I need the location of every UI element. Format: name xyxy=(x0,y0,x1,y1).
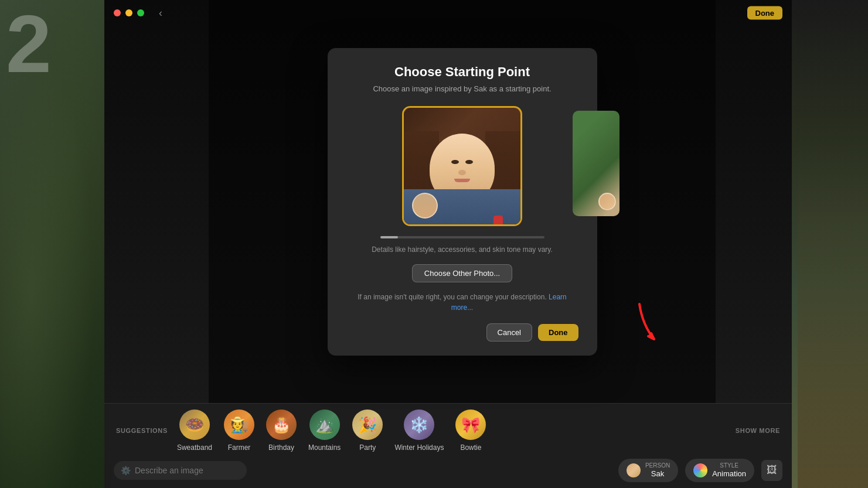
show-more-button[interactable]: SHOW MORE xyxy=(736,427,780,434)
suggestion-circle-winter: ❄️ xyxy=(404,409,434,440)
suggestion-label-sweatband: Sweatband xyxy=(177,443,212,452)
modal-title: Choose Starting Point xyxy=(346,64,578,80)
suggestion-item-birthday[interactable]: 🎂 Birthday xyxy=(266,409,297,452)
beta-bar: BETA Image Playground may create unexpec… xyxy=(104,486,792,488)
suggestion-item-winter-holidays[interactable]: ❄️ Winter Holidays xyxy=(394,409,444,452)
traffic-light-yellow[interactable] xyxy=(125,9,132,16)
eye-left xyxy=(451,160,459,164)
suggestion-label-farmer: Farmer xyxy=(228,443,251,452)
main-image-bg xyxy=(404,108,520,224)
scroll-track xyxy=(380,236,544,238)
person-name: Sak xyxy=(645,469,670,479)
red-arrow-indicator xyxy=(628,301,663,350)
suggestions-row: SUGGESTIONS 🍩 Sweatband 🧑‍🌾 Farmer xyxy=(104,404,792,455)
back-button[interactable]: ‹ xyxy=(154,6,168,20)
style-name: Animation xyxy=(712,469,746,479)
person-label: PERSON xyxy=(645,462,670,469)
suggestion-circle-mountains: ⛰️ xyxy=(309,409,340,440)
suggestion-item-party[interactable]: 🎉 Party xyxy=(352,409,383,452)
svg-marker-0 xyxy=(648,333,654,339)
suggestion-item-bowtie[interactable]: 🎀 Bowtie xyxy=(455,409,486,452)
traffic-light-green[interactable] xyxy=(137,9,144,16)
modal-footer-text: If an image isn't quite right, you can c… xyxy=(346,292,578,313)
describe-input[interactable] xyxy=(114,461,247,480)
nose xyxy=(458,170,466,176)
suggestion-item-sweatband[interactable]: 🍩 Sweatband xyxy=(177,409,212,452)
right-panel xyxy=(792,0,868,488)
modal-dialog: Choose Starting Point Choose an image in… xyxy=(328,48,597,356)
red-strap xyxy=(493,216,503,224)
traffic-lights xyxy=(114,9,144,16)
mouth xyxy=(454,179,470,182)
modal-overlay: Choose Starting Point Choose an image in… xyxy=(209,0,716,403)
style-label: STYLE xyxy=(712,462,746,469)
person-pill-button[interactable]: PERSON Sak xyxy=(618,459,678,482)
style-icon xyxy=(693,463,707,477)
choose-other-photo-button[interactable]: Choose Other Photo... xyxy=(412,264,512,282)
traffic-light-red[interactable] xyxy=(114,9,121,16)
suggestions-label: SUGGESTIONS xyxy=(116,427,168,434)
left-panel-number: 2 xyxy=(6,3,52,85)
suggestion-label-mountains: Mountains xyxy=(308,443,341,452)
modal-subtitle: Choose an image inspired by Sak as a sta… xyxy=(346,84,578,93)
image-button[interactable]: 🖼 xyxy=(761,460,782,481)
suggestion-label-winter: Winter Holidays xyxy=(394,443,444,452)
input-wrapper: ⚙️ xyxy=(114,461,611,480)
person-pill-text: PERSON Sak xyxy=(645,462,670,479)
suggestion-item-farmer[interactable]: 🧑‍🌾 Farmer xyxy=(224,409,254,452)
scroll-indicator xyxy=(346,236,578,238)
suggestion-circle-sweatband: 🍩 xyxy=(179,409,210,440)
suggestion-circle-party: 🎉 xyxy=(352,409,383,440)
portrait-face xyxy=(404,108,520,224)
main-content: ‹ Done Choose Starting Point Choose an i… xyxy=(104,0,792,488)
done-button-modal[interactable]: Done xyxy=(538,324,578,341)
cancel-button[interactable]: Cancel xyxy=(486,323,532,342)
modal-note: Details like hairstyle, accessories, and… xyxy=(346,245,578,254)
peek-image[interactable] xyxy=(573,111,619,216)
scroll-thumb xyxy=(380,236,398,238)
style-pill-text: STYLE Animation xyxy=(712,462,746,479)
modal-actions: Cancel Done xyxy=(346,323,578,342)
done-button-top[interactable]: Done xyxy=(747,6,783,20)
bottom-bar: SUGGESTIONS 🍩 Sweatband 🧑‍🌾 Farmer xyxy=(104,403,792,488)
peek-avatar xyxy=(598,193,616,210)
suggestion-circle-birthday: 🎂 xyxy=(266,409,297,440)
suggestion-label-birthday: Birthday xyxy=(268,443,294,452)
suggestion-circle-farmer: 🧑‍🌾 xyxy=(224,409,254,440)
image-carousel xyxy=(346,105,578,228)
style-pill-button[interactable]: STYLE Animation xyxy=(685,459,754,482)
suggestion-label-bowtie: Bowtie xyxy=(460,443,481,452)
small-avatar-face xyxy=(413,194,437,217)
suggestion-item-mountains[interactable]: ⛰️ Mountains xyxy=(308,409,341,452)
suggestion-circle-bowtie: 🎀 xyxy=(455,409,486,440)
eye-right xyxy=(465,160,473,164)
left-panel: 2 xyxy=(0,0,104,488)
suggestion-label-party: Party xyxy=(359,443,376,452)
small-avatar xyxy=(412,193,438,219)
image-icon: 🖼 xyxy=(767,464,777,476)
input-row: ⚙️ PERSON Sak STYLE Animation 🖼 xyxy=(104,455,792,486)
main-image-frame[interactable] xyxy=(402,106,522,226)
person-avatar xyxy=(627,463,641,477)
suggestion-items: 🍩 Sweatband 🧑‍🌾 Farmer 🎂 Birthday xyxy=(177,409,486,452)
